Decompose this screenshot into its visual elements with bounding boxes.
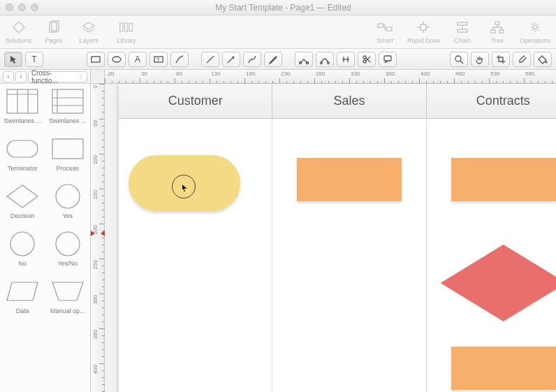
lane-header-contracts[interactable]: Contracts	[427, 84, 556, 118]
stencil-manual-op-[interactable]: Manual op...	[45, 274, 91, 321]
svg-rect-15	[499, 30, 504, 33]
textbox-tool[interactable]: T	[149, 52, 168, 67]
lane-header-sales[interactable]: Sales	[272, 84, 426, 118]
stencil-label: Yes/No	[57, 260, 78, 267]
hand-tool[interactable]	[471, 52, 489, 67]
chain-button[interactable]: Chain	[450, 20, 475, 44]
primary-toolbar: Solutions Pages Layers Library Smart Rap…	[0, 15, 556, 49]
stencil-back-button[interactable]: ‹	[3, 71, 14, 82]
stencil-yes[interactable]: Yes	[45, 179, 91, 226]
lane-customer[interactable]	[119, 119, 272, 392]
stencil-forward-button[interactable]: ›	[15, 71, 27, 82]
svg-rect-17	[92, 57, 100, 62]
svg-rect-46	[7, 140, 38, 157]
stencil-library-name: Cross-functio...	[31, 69, 78, 85]
process-shape[interactable]	[297, 158, 402, 201]
svg-rect-7	[378, 24, 383, 27]
layers-label: Layers	[80, 37, 98, 44]
crop-tool[interactable]	[492, 52, 510, 67]
solutions-button[interactable]: Solutions	[6, 20, 31, 44]
svg-rect-6	[129, 23, 132, 31]
line-tool[interactable]	[201, 52, 219, 67]
zoom-window-button[interactable]	[31, 3, 38, 11]
eyedropper-tool[interactable]	[513, 52, 531, 67]
svg-rect-38	[7, 89, 38, 113]
gear-icon	[527, 20, 543, 35]
vertical-ruler: 050100150200250300350400450	[91, 84, 105, 392]
connector-tool[interactable]	[295, 52, 313, 67]
pages-button[interactable]: Pages	[41, 20, 66, 44]
stencil-process[interactable]: Process	[45, 131, 91, 179]
smart-button[interactable]: Smart	[372, 20, 397, 44]
process-shape[interactable]	[451, 158, 556, 201]
stencil-swimlanes-[interactable]: Swimlanes ...	[45, 84, 91, 131]
ellipse-shape-tool[interactable]	[108, 52, 126, 67]
text-shape-tool[interactable]: A	[129, 52, 147, 67]
stencil-swimlanes-[interactable]: Swimlanes ...	[0, 84, 45, 131]
svg-line-21	[207, 56, 214, 63]
smart-label: Smart	[376, 37, 393, 44]
drawing-page[interactable]: Customer Sales Contracts	[119, 84, 556, 392]
fill-tool[interactable]	[534, 52, 552, 67]
stencil-no[interactable]: No	[0, 226, 45, 274]
stencil-decision[interactable]: Decision	[0, 179, 45, 226]
svg-rect-13	[495, 22, 499, 24]
ruler-guide-marker[interactable]	[91, 231, 105, 236]
svg-marker-48	[7, 185, 38, 208]
stencil-label: Manual op...	[50, 307, 85, 314]
operations-button[interactable]: Operations	[520, 20, 550, 44]
bezier-tool[interactable]	[316, 52, 334, 67]
process-shape[interactable]	[451, 347, 556, 390]
para-icon	[6, 278, 39, 305]
curve-tool[interactable]	[243, 52, 261, 67]
stencil-terminator[interactable]: Terminator	[0, 131, 45, 179]
tree-button[interactable]: Tree	[485, 20, 510, 44]
stencil-data[interactable]: Data	[0, 274, 45, 321]
rect-shape-tool[interactable]	[87, 52, 105, 67]
window-title: My Start Template - Page1 — Edited	[38, 3, 528, 13]
circle-icon	[51, 231, 85, 257]
arrow-tool[interactable]	[222, 52, 240, 67]
svg-rect-11	[458, 29, 467, 32]
callout-tool[interactable]	[379, 52, 397, 67]
tree-label: Tree	[491, 37, 504, 44]
solutions-label: Solutions	[6, 37, 31, 44]
operations-label: Operations	[520, 37, 550, 44]
lane-contracts[interactable]	[427, 119, 556, 392]
stencil-label: Terminator	[8, 165, 38, 172]
svg-rect-10	[458, 22, 467, 25]
circle-icon	[51, 183, 85, 210]
svg-marker-3	[83, 22, 94, 29]
svg-point-37	[546, 61, 548, 63]
scissors-tool[interactable]	[358, 52, 376, 67]
close-window-button[interactable]	[6, 3, 13, 11]
pen-tool[interactable]	[264, 52, 282, 67]
lane-header-customer[interactable]: Customer	[119, 84, 272, 118]
stencil-library-dropdown[interactable]: Cross-functio... ⋮	[28, 71, 87, 82]
rapiddraw-label: Rapid Draw	[407, 37, 440, 44]
svg-point-30	[363, 60, 366, 63]
layers-button[interactable]: Layers	[76, 20, 101, 44]
svg-point-50	[10, 232, 34, 256]
canvas-area[interactable]: -203080130180230280330380430480530580630…	[91, 70, 556, 392]
stencil-nav: ‹ › Cross-functio... ⋮	[0, 70, 90, 84]
pointer-tool[interactable]	[4, 52, 22, 67]
pencil-tool[interactable]	[170, 52, 189, 67]
svg-rect-5	[124, 23, 127, 31]
decision-shape[interactable]	[441, 245, 556, 321]
stencil-sidebar: ‹ › Cross-functio... ⋮ Swimlanes ...Swim…	[0, 70, 91, 392]
trape-icon	[51, 278, 85, 305]
library-button[interactable]: Library	[114, 20, 139, 44]
text-tool[interactable]: T	[25, 52, 43, 67]
window-controls	[6, 3, 38, 11]
svg-rect-9	[420, 24, 426, 30]
rect-icon	[51, 136, 85, 162]
stencil-label: Swimlanes ...	[49, 117, 87, 124]
zoom-tool[interactable]	[450, 52, 468, 67]
chain-label: Chain	[454, 37, 471, 44]
stencil-yes-no[interactable]: Yes/No	[45, 226, 91, 274]
snap-tool[interactable]	[337, 52, 355, 67]
rapiddraw-button[interactable]: Rapid Draw	[407, 20, 440, 44]
lane-sales[interactable]	[272, 119, 426, 392]
minimize-window-button[interactable]	[18, 3, 26, 11]
